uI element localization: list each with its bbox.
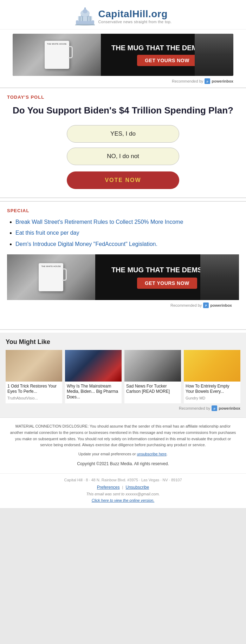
yml-card-3[interactable]: Sad News For Tucker Carlson [READ MORE] bbox=[124, 350, 181, 404]
disclosure-section: MATERIAL CONNECTION DISCLOSURE: You shou… bbox=[0, 417, 246, 473]
poll-option-no[interactable]: NO, I do not bbox=[67, 148, 179, 165]
footer-address: Capital Hill · 8 · 48 N. Rainbow Blvd. #… bbox=[7, 478, 239, 482]
copyright-text: Copyright ©2021 Buzz Media. All rights r… bbox=[10, 461, 236, 467]
list-item[interactable]: Eat this fruit once per day bbox=[15, 229, 239, 237]
ad2-powerinbox-label: powerinbox bbox=[210, 303, 232, 307]
poll-option-yes[interactable]: YES, I do bbox=[67, 125, 179, 143]
ad-banner-1[interactable]: THE WHITE HOUSE THE MUG THAT THE DEMS HA… bbox=[13, 34, 233, 76]
ad-banner-2[interactable]: THE WHITE HOUSE THE MUG THAT THE DEMS HA… bbox=[7, 254, 239, 300]
ad-mug-image: THE WHITE HOUSE bbox=[13, 34, 101, 76]
yml-card-1[interactable]: 1 Odd Trick Restores Your Eyes To Perfe.… bbox=[6, 350, 62, 404]
disclosure-text: MATERIAL CONNECTION DISCLOSURE: You shou… bbox=[10, 423, 236, 448]
yml-card-3-title: Sad News For Tucker Carlson [READ MORE] bbox=[124, 382, 181, 396]
svg-rect-9 bbox=[82, 16, 83, 21]
yml-card-4-title: How To Entrirely Empty Your Bowels Every… bbox=[184, 382, 240, 396]
svg-rect-10 bbox=[87, 16, 88, 21]
powerinbox-icon: p bbox=[205, 78, 210, 84]
ad2-person-image bbox=[200, 254, 239, 300]
list-item[interactable]: Dem's Introduce Digital Money "FedAccoun… bbox=[15, 240, 239, 248]
yml-powerinbox-icon: p bbox=[212, 405, 217, 411]
update-preferences-text: Update your email preferences or unsubsc… bbox=[10, 451, 236, 457]
svg-rect-13 bbox=[75, 25, 95, 25]
yml-card-4-image bbox=[184, 350, 240, 382]
yml-card-2[interactable]: Why Is The Mainstream Media, Biden... Bi… bbox=[65, 350, 122, 404]
svg-rect-11 bbox=[90, 16, 91, 21]
yml-powerinbox-label: powerinbox bbox=[219, 406, 240, 410]
yml-card-3-source bbox=[124, 396, 181, 398]
svg-rect-6 bbox=[84, 8, 86, 11]
yml-card-2-image bbox=[65, 350, 122, 382]
recommended-by-text: Recommended by bbox=[172, 79, 203, 83]
yml-grid: 1 Odd Trick Restores Your Eyes To Perfe.… bbox=[6, 350, 240, 404]
site-header: CapitalHill.org Conservative news straig… bbox=[0, 0, 246, 30]
special-item-1-text: Break Wall Street's Retirement Rules to … bbox=[15, 219, 183, 225]
svg-rect-7 bbox=[84, 7, 85, 9]
poll-section: TODAY'S POLL Do You Support Biden's $4 T… bbox=[0, 87, 246, 198]
special-item-2-text: Eat this fruit once per day bbox=[15, 230, 79, 236]
yml-card-2-source bbox=[65, 401, 122, 403]
ad-person-image bbox=[195, 34, 233, 76]
site-footer: Capital Hill · 8 · 48 N. Rainbow Blvd. #… bbox=[0, 473, 246, 508]
site-name: CapitalHill.org bbox=[98, 8, 168, 20]
poll-question: Do You Support Biden's $4 Trillion Spend… bbox=[7, 105, 239, 117]
powerinbox-label: powerinbox bbox=[212, 79, 233, 83]
yml-card-4[interactable]: How To Entrirely Empty Your Bowels Every… bbox=[184, 350, 240, 404]
yml-title: You Might Like bbox=[6, 338, 240, 346]
footer-view-online: Click here to view the online version. bbox=[7, 498, 239, 502]
unsubscribe-link[interactable]: Unsubscribe bbox=[125, 485, 149, 490]
yml-card-3-image bbox=[124, 350, 181, 382]
capitol-icon bbox=[75, 6, 96, 26]
view-online-link[interactable]: Click here to view the online version. bbox=[92, 498, 155, 502]
yml-card-1-title: 1 Odd Trick Restores Your Eyes To Perfe.… bbox=[6, 382, 62, 396]
list-item[interactable]: Break Wall Street's Retirement Rules to … bbox=[15, 218, 239, 226]
footer-links: Preferences | Unsubscribe bbox=[7, 485, 239, 490]
yml-card-2-title: Why Is The Mainstream Media, Biden... Bi… bbox=[65, 382, 122, 402]
yml-recommended-by-text: Recommended by bbox=[179, 406, 210, 410]
ad2-powerinbox-icon: p bbox=[203, 303, 209, 308]
footer-email-text: This email was sent to xxxxxx@gmail.com. bbox=[7, 492, 239, 496]
you-might-like-section: You Might Like 1 Odd Trick Restores Your… bbox=[0, 333, 246, 418]
preferences-link[interactable]: Preferences bbox=[97, 485, 120, 490]
yml-card-1-image bbox=[6, 350, 62, 382]
ad2-cta-button[interactable]: GET YOURS NOW bbox=[137, 278, 197, 289]
yml-card-4-source: Gundry MD bbox=[184, 396, 240, 402]
special-list: Break Wall Street's Retirement Rules to … bbox=[7, 218, 239, 248]
ad2-powerinbox-bar: Recommended by p powerinbox bbox=[7, 301, 239, 312]
ad1-powerinbox-bar: Recommended by p powerinbox bbox=[6, 77, 240, 87]
ad-cta-button[interactable]: GET YOURS NOW bbox=[137, 55, 197, 66]
poll-section-label: TODAY'S POLL bbox=[7, 95, 239, 100]
vote-now-button[interactable]: VOTE NOW bbox=[67, 171, 179, 189]
yml-card-1-source: TruthAboutVisio... bbox=[6, 396, 62, 402]
site-tagline: Conservative news straight from the top. bbox=[98, 20, 172, 24]
unsubscribe-here-link[interactable]: unsubscribe here bbox=[137, 452, 166, 456]
poll-options: YES, I do NO, I do not VOTE NOW bbox=[7, 125, 239, 189]
special-section: SPECIAL Break Wall Street's Retirement R… bbox=[0, 201, 246, 330]
ad2-recommended-by-text: Recommended by bbox=[170, 303, 202, 307]
yml-powerinbox-bar: Recommended by p powerinbox bbox=[6, 403, 240, 412]
special-item-3-text: Dem's Introduce Digital Money "FedAccoun… bbox=[15, 241, 157, 247]
update-text-prefix: Update your email preferences or bbox=[78, 452, 137, 456]
svg-rect-8 bbox=[79, 16, 80, 21]
special-section-label: SPECIAL bbox=[7, 208, 239, 213]
ad2-mug-image: THE WHITE HOUSE bbox=[7, 254, 95, 300]
